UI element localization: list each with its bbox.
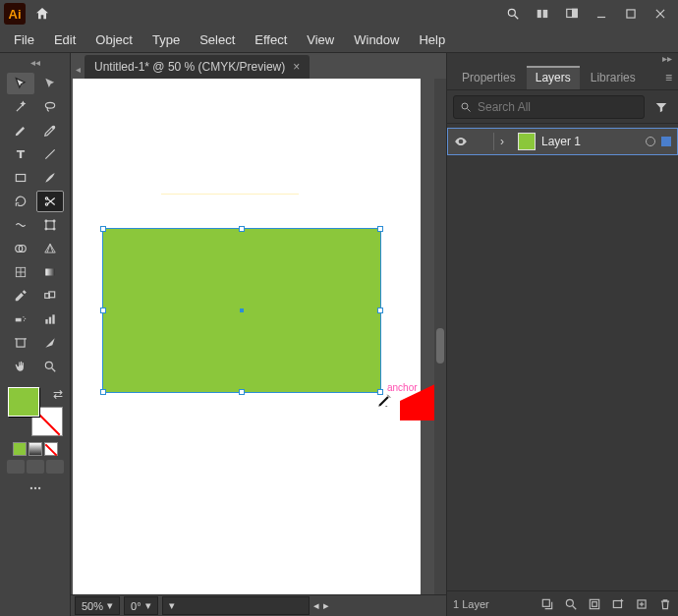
magic-wand-tool[interactable] (7, 96, 34, 118)
layer-name[interactable]: Layer 1 (541, 135, 640, 148)
prev-artboard-icon[interactable]: ◂ (313, 599, 319, 612)
target-icon[interactable] (646, 137, 655, 146)
mesh-tool[interactable] (7, 261, 34, 283)
menu-edit[interactable]: Edit (46, 28, 84, 51)
menu-file[interactable]: File (6, 28, 42, 51)
line-segment-tool[interactable] (36, 143, 64, 165)
draw-behind-button[interactable] (27, 460, 44, 474)
workspace-switcher[interactable] (558, 3, 586, 25)
minimize-button[interactable] (588, 3, 615, 25)
home-button[interactable] (31, 3, 53, 25)
none-mode-button[interactable] (44, 442, 58, 456)
hand-tool[interactable] (7, 356, 34, 377)
close-tab-icon[interactable]: × (293, 60, 300, 74)
locate-object-icon[interactable] (564, 597, 578, 611)
resize-handle-e[interactable] (377, 308, 383, 313)
tab-libraries[interactable]: Libraries (582, 66, 645, 89)
panel-expand[interactable]: ▸▸ (447, 53, 678, 65)
menu-view[interactable]: View (299, 28, 342, 51)
menu-window[interactable]: Window (346, 28, 407, 51)
close-button[interactable] (647, 3, 674, 25)
new-sublayer-icon[interactable] (611, 597, 625, 611)
shape-builder-tool[interactable] (7, 238, 34, 259)
type-tool[interactable] (7, 143, 34, 165)
resize-handle-w[interactable] (100, 308, 106, 313)
edit-toolbar-button[interactable] (27, 481, 44, 495)
rectangle-tool[interactable] (7, 167, 34, 189)
artboard-nav[interactable]: ▾ (162, 596, 310, 615)
symbol-sprayer-tool[interactable] (7, 308, 34, 330)
layer-search-input[interactable]: Search All (453, 95, 645, 119)
menu-bar: File Edit Object Type Select Effect View… (0, 28, 678, 53)
resize-handle-n[interactable] (239, 226, 245, 232)
toolbox-collapse[interactable]: ◂◂ (0, 57, 70, 69)
eyedropper-tool[interactable] (7, 285, 34, 307)
draw-inside-button[interactable] (46, 460, 64, 474)
gradient-mode-button[interactable] (28, 442, 42, 456)
canvas-artboard[interactable]: anchor - (73, 79, 421, 594)
direct-selection-tool[interactable] (36, 73, 64, 94)
paste-remembers-layers-icon[interactable] (540, 597, 554, 611)
svg-point-17 (45, 220, 47, 222)
global-search-button[interactable] (499, 3, 527, 25)
svg-line-1 (515, 16, 519, 20)
new-layer-icon[interactable] (635, 597, 649, 611)
fill-swatch[interactable] (8, 387, 39, 417)
next-artboard-icon[interactable]: ▸ (323, 599, 329, 612)
rotate-tool[interactable] (7, 191, 34, 212)
make-clipping-mask-icon[interactable] (588, 597, 601, 611)
menu-object[interactable]: Object (87, 28, 141, 51)
column-graph-tool[interactable] (36, 308, 64, 330)
rotate-view-field[interactable]: 0°▾ (124, 596, 158, 615)
pen-tool[interactable] (7, 120, 34, 141)
svg-point-19 (45, 228, 47, 230)
toolbox: ◂◂ (0, 53, 71, 616)
layer-expand-icon[interactable]: › (500, 135, 512, 148)
lasso-tool[interactable] (36, 96, 64, 118)
selected-rectangle[interactable] (102, 228, 381, 393)
tabstrip-collapse[interactable]: ◂ (73, 64, 83, 79)
paintbrush-tool[interactable] (36, 167, 64, 189)
blend-tool[interactable] (36, 285, 64, 307)
menu-effect[interactable]: Effect (247, 28, 295, 51)
selection-indicator[interactable] (661, 137, 671, 146)
filter-button[interactable] (650, 96, 672, 118)
resize-handle-nw[interactable] (100, 226, 106, 232)
zoom-tool[interactable] (36, 356, 64, 377)
resize-handle-s[interactable] (239, 389, 245, 395)
draw-normal-button[interactable] (7, 460, 25, 474)
curvature-tool[interactable] (36, 120, 64, 141)
scissors-tool[interactable] (36, 191, 64, 212)
color-swatches[interactable]: ⇄ (8, 387, 63, 436)
visibility-toggle-icon[interactable] (454, 135, 470, 148)
resize-handle-ne[interactable] (377, 226, 383, 232)
resize-handle-sw[interactable] (100, 389, 106, 395)
free-transform-tool[interactable] (36, 214, 64, 236)
gradient-tool[interactable] (36, 261, 64, 283)
maximize-button[interactable] (617, 3, 645, 25)
zoom-field[interactable]: 50%▾ (75, 596, 120, 615)
svg-rect-7 (627, 10, 635, 18)
tab-layers[interactable]: Layers (527, 66, 580, 89)
search-placeholder: Search All (478, 100, 531, 114)
svg-rect-55 (613, 600, 621, 607)
swap-fill-stroke-icon[interactable]: ⇄ (53, 387, 63, 401)
arrange-documents-button[interactable] (529, 3, 556, 25)
panel-menu-icon[interactable]: ≡ (665, 71, 672, 84)
slice-tool[interactable] (36, 332, 64, 354)
width-tool[interactable] (7, 214, 34, 236)
document-tab[interactable]: Untitled-1* @ 50 % (CMYK/Preview) × (85, 55, 310, 79)
selection-tool[interactable] (7, 73, 34, 94)
color-mode-button[interactable] (13, 442, 27, 456)
perspective-grid-tool[interactable] (36, 238, 64, 259)
menu-type[interactable]: Type (144, 28, 188, 51)
menu-help[interactable]: Help (411, 28, 453, 51)
scrollbar-thumb[interactable] (436, 328, 444, 364)
menu-select[interactable]: Select (192, 28, 243, 51)
layer-row[interactable]: › Layer 1 (447, 128, 678, 155)
artboard-tool[interactable] (7, 332, 34, 354)
vertical-scrollbar[interactable] (434, 79, 446, 594)
delete-layer-icon[interactable] (658, 597, 672, 611)
tab-properties[interactable]: Properties (453, 66, 525, 89)
app-logo[interactable]: Ai (4, 3, 26, 25)
